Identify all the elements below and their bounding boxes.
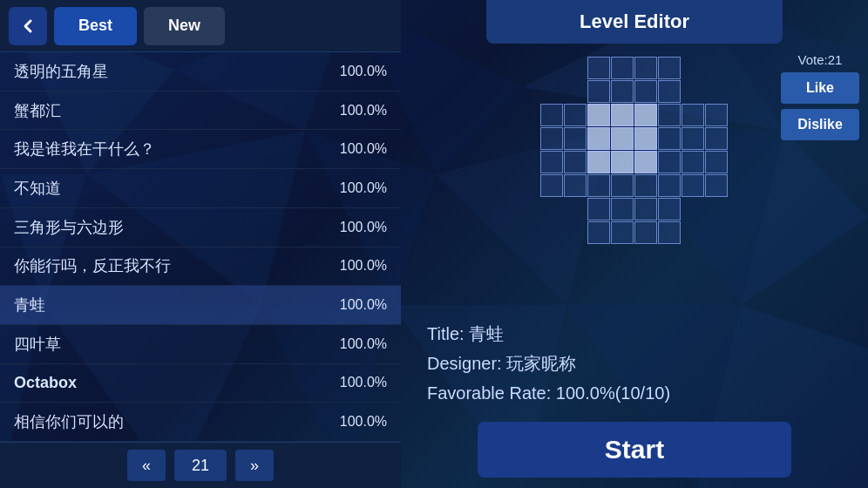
level-score: 100.0% — [340, 375, 387, 390]
level-name: 相信你们可以的 — [14, 411, 124, 432]
grid-cell — [658, 104, 681, 126]
level-name: 我是谁我在干什么？ — [14, 139, 155, 159]
grid-cell — [658, 57, 681, 79]
level-score: 100.0% — [340, 414, 387, 430]
grid-cell — [611, 198, 634, 220]
level-score: 100.0% — [340, 64, 387, 79]
like-button[interactable]: Like — [781, 72, 859, 104]
grid-cell — [564, 104, 587, 126]
grid-cell — [682, 127, 704, 150]
tab-best[interactable]: Best — [54, 7, 137, 45]
list-item[interactable]: 你能行吗，反正我不行100.0% — [0, 247, 401, 287]
level-name: 三角形与六边形 — [14, 217, 124, 238]
page-number: 21 — [174, 450, 227, 481]
grid-cell — [611, 127, 634, 150]
grid-cell — [658, 221, 681, 244]
grid-cell — [634, 127, 657, 150]
dislike-button[interactable]: Dislike — [781, 109, 859, 140]
next-page-button[interactable]: » — [235, 450, 274, 481]
vote-panel: Vote:21 Like Dislike — [781, 52, 859, 140]
level-name: 蟹都汇 — [14, 100, 61, 121]
grid-cell — [658, 80, 681, 103]
grid-cell — [634, 151, 657, 173]
level-score: 100.0% — [340, 103, 387, 119]
grid-cell — [682, 151, 704, 173]
list-item[interactable]: 不知道100.0% — [0, 169, 401, 208]
grid-cell — [587, 104, 610, 126]
grid-cell — [587, 151, 610, 173]
grid-cell — [658, 174, 681, 197]
level-score: 100.0% — [340, 141, 387, 157]
preview-area: Vote:21 Like Dislike — [401, 44, 868, 310]
info-section: Title: 青蛙 Designer: 玩家昵称 Favorable Rate:… — [401, 319, 868, 408]
editor-title: Level Editor — [580, 10, 689, 33]
level-title: Title: 青蛙 — [427, 319, 842, 349]
grid-cell — [634, 104, 657, 126]
favorable-rate: Favorable Rate: 100.0%(10/10) — [427, 378, 842, 408]
level-list: 透明的五角星100.0%蟹都汇100.0%我是谁我在干什么？100.0%不知道1… — [0, 52, 401, 442]
start-button[interactable]: Start — [478, 422, 791, 478]
level-score: 100.0% — [340, 180, 387, 196]
start-button-label: Start — [605, 435, 664, 464]
grid-cell — [587, 174, 610, 197]
list-item[interactable]: Octabox100.0% — [0, 364, 401, 403]
level-score: 100.0% — [340, 258, 387, 274]
grid-cell — [564, 127, 587, 150]
left-panel: Best New 透明的五角星100.0%蟹都汇100.0%我是谁我在干什么？1… — [0, 0, 401, 488]
grid-cell — [587, 127, 610, 150]
list-item[interactable]: 四叶草100.0% — [0, 325, 401, 364]
level-name: Octabox — [14, 374, 77, 392]
back-button[interactable] — [9, 7, 47, 45]
grid-cell — [634, 221, 657, 244]
level-designer: Designer: 玩家昵称 — [427, 349, 842, 378]
list-item[interactable]: 蟹都汇100.0% — [0, 92, 401, 131]
grid-cell — [540, 174, 563, 197]
grid-cell — [564, 174, 587, 197]
level-name: 不知道 — [14, 178, 61, 199]
grid-cell — [705, 174, 728, 197]
list-item[interactable]: 相信你们可以的100.0% — [0, 403, 401, 442]
level-score: 100.0% — [340, 220, 387, 235]
grid-cell — [564, 151, 587, 173]
grid-cell — [705, 151, 728, 173]
list-item[interactable]: 青蛙100.0% — [0, 286, 401, 325]
grid-cell — [634, 174, 657, 197]
grid-cell — [634, 57, 657, 79]
grid-cell — [611, 174, 634, 197]
editor-header: Level Editor — [486, 0, 783, 44]
grid-cell — [705, 127, 728, 150]
level-score: 100.0% — [340, 336, 387, 352]
level-score: 100.0% — [340, 297, 387, 313]
list-item[interactable]: 三角形与六边形100.0% — [0, 208, 401, 247]
grid-cell — [705, 104, 728, 126]
grid-cell — [611, 57, 634, 79]
level-name: 你能行吗，反正我不行 — [14, 255, 171, 276]
grid-cell — [540, 104, 563, 126]
grid-cell — [682, 104, 704, 126]
tab-new[interactable]: New — [144, 7, 225, 45]
prev-page-button[interactable]: « — [127, 450, 166, 481]
grid-cell — [682, 174, 704, 197]
grid-cell — [611, 151, 634, 173]
grid-cell — [611, 104, 634, 126]
grid-cell — [611, 80, 634, 103]
grid-cell — [540, 127, 563, 150]
pagination: « 21 » — [0, 442, 401, 488]
level-name: 透明的五角星 — [14, 61, 108, 82]
grid-cell — [540, 151, 563, 173]
list-item[interactable]: 透明的五角星100.0% — [0, 52, 401, 92]
level-name: 青蛙 — [14, 295, 45, 315]
grid-cell — [658, 198, 681, 220]
grid-cell — [587, 57, 610, 79]
grid-cell — [658, 151, 681, 173]
grid-cell — [611, 221, 634, 244]
right-panel: Level Editor Vote:21 Like Dislike Title:… — [401, 0, 868, 488]
level-name: 四叶草 — [14, 334, 61, 355]
grid-cell — [634, 80, 657, 103]
tabs-bar: Best New — [0, 0, 401, 52]
grid-cell — [587, 198, 610, 220]
grid-cell — [658, 127, 681, 150]
grid-cell — [587, 80, 610, 103]
vote-count: Vote:21 — [798, 52, 843, 67]
list-item[interactable]: 我是谁我在干什么？100.0% — [0, 130, 401, 169]
